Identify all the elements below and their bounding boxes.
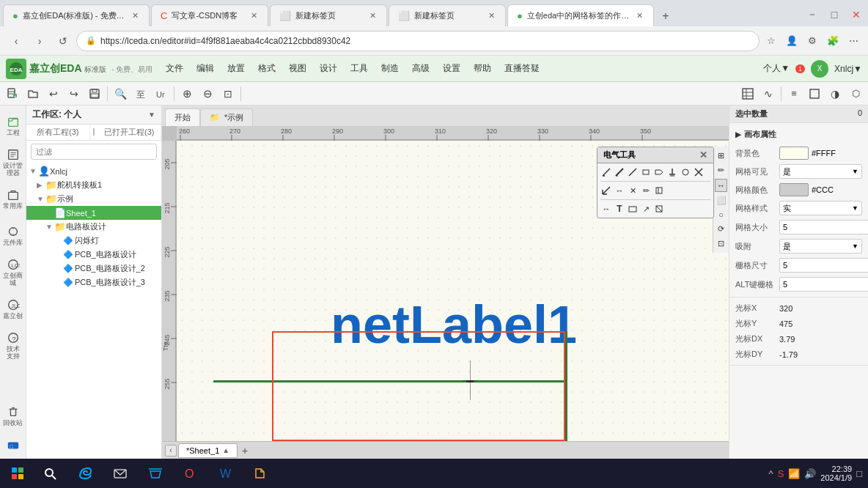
menu-edit[interactable]: 编辑: [191, 59, 220, 78]
toolbar-share-btn[interactable]: ⬡: [846, 84, 865, 103]
menu-file[interactable]: 文件: [160, 59, 189, 78]
tree-item-pcb1[interactable]: 🔷 PCB_电路板设计: [26, 248, 161, 262]
toolbar-copy-btn[interactable]: 至: [131, 84, 150, 103]
toolbar-table-btn[interactable]: [738, 84, 757, 103]
menu-format[interactable]: 格式: [252, 59, 282, 78]
taskbar-file-btn[interactable]: [246, 460, 276, 487]
draw-btn-more[interactable]: ⊡: [716, 237, 726, 250]
et-dff-btn[interactable]: ↔: [614, 185, 625, 196]
sheet-tab-1[interactable]: *Sheet_1 ▲: [178, 443, 238, 458]
prop-input-altgrid[interactable]: [779, 277, 868, 292]
username[interactable]: Xnlcj▼: [834, 64, 862, 74]
et-brace-btn[interactable]: ↗: [640, 203, 652, 215]
user-personal-label[interactable]: 个人▼: [763, 62, 790, 75]
menu-help[interactable]: 帮助: [468, 59, 497, 78]
tree-item-xnlcj[interactable]: ▼ 👤 Xnlcj: [26, 164, 161, 178]
taskbar-clock[interactable]: 22:39 2024/1/9: [820, 465, 852, 482]
sidebar-project-btn[interactable]: 工程: [1, 108, 25, 144]
taskbar-volume-icon[interactable]: 🔊: [804, 468, 816, 479]
draw-btn-rotate[interactable]: ⟳: [716, 223, 726, 235]
profile-icon[interactable]: 👤: [783, 32, 801, 50]
tree-item-pcb3[interactable]: 🔷 PCB_电路板设计_3: [26, 276, 161, 289]
prop-input-gridstep[interactable]: [779, 258, 868, 273]
star-icon[interactable]: ☆: [762, 32, 780, 50]
sidebar-components-btn[interactable]: 元件库: [1, 218, 25, 254]
toolbar-zoomin-btn[interactable]: ⊕: [177, 84, 196, 103]
et-netport-btn[interactable]: [640, 166, 652, 178]
et-cross-btn[interactable]: ✕: [627, 185, 639, 196]
maximize-btn[interactable]: □: [825, 6, 843, 23]
toolbar-layer-btn[interactable]: ◑: [825, 84, 845, 103]
menu-place[interactable]: 放置: [221, 59, 251, 78]
et-power-btn[interactable]: [666, 166, 678, 178]
more-icon[interactable]: ⋯: [845, 32, 862, 50]
bgcolor-swatch[interactable]: [779, 147, 809, 160]
browser-tab-1[interactable]: ● 嘉立创EDA(标准版) - 免费、易用... ✕: [3, 4, 150, 26]
back-button[interactable]: ‹: [6, 31, 26, 51]
sheet-nav-prev[interactable]: ‹: [165, 445, 177, 456]
tab3-close[interactable]: ✕: [368, 10, 378, 22]
draw-btn-grid[interactable]: ⊞: [716, 149, 726, 162]
taskbar-store-btn[interactable]: [141, 460, 170, 487]
sidebar-design-btn[interactable]: 设计管理器: [1, 145, 25, 180]
et-bus-btn[interactable]: [614, 166, 625, 178]
sidebar-trash-btn[interactable]: 回收站: [1, 399, 25, 434]
et-place-text-btn[interactable]: ↔: [600, 203, 612, 215]
browser-tab-5[interactable]: ● 立创eda中的网络标签的作用_主... ✕: [507, 4, 654, 26]
address-input[interactable]: 🔒 https://lceda.cn/editor#id=4f9f881aeab…: [76, 31, 760, 51]
et-text-btn[interactable]: T: [614, 203, 625, 215]
refresh-button[interactable]: ↺: [53, 31, 73, 51]
toolbar-new-btn[interactable]: +: [3, 84, 22, 103]
menu-manufacture[interactable]: 制造: [375, 59, 405, 78]
tab2-close[interactable]: ✕: [249, 10, 259, 22]
toolbar-netlist-btn[interactable]: ≡: [784, 84, 803, 103]
et-probe-btn[interactable]: [653, 203, 665, 215]
tree-item-pcb2[interactable]: 🔷 PCB_电路板设计_2: [26, 262, 161, 276]
draw-btn-circle[interactable]: ○: [717, 209, 725, 221]
et-gnd-btn[interactable]: [680, 166, 691, 178]
taskbar-chevron-icon[interactable]: ^: [769, 468, 773, 479]
et-junction-btn[interactable]: [653, 185, 665, 196]
close-btn[interactable]: ✕: [847, 6, 865, 23]
minimize-btn[interactable]: －: [803, 6, 821, 23]
gridcolor-swatch[interactable]: [779, 183, 809, 196]
elec-tools-header[interactable]: 电气工具 ✕: [597, 147, 713, 163]
et-netlabel-btn[interactable]: [653, 166, 665, 178]
tab5-close[interactable]: ✕: [635, 10, 644, 22]
taskbar-mail-btn[interactable]: [106, 460, 135, 487]
tree-item-flash[interactable]: 🔷 闪烁灯: [26, 234, 161, 248]
sheet-tab-1-arrow[interactable]: ▲: [222, 446, 229, 454]
sidebar-bottom-btn[interactable]: □: [1, 435, 25, 456]
draw-btn-rect[interactable]: ⬜: [715, 194, 728, 207]
content-tab-start[interactable]: 开始: [165, 108, 200, 126]
extensions-icon[interactable]: 🧩: [824, 32, 842, 50]
toolbar-wave-btn[interactable]: ∿: [759, 84, 778, 103]
et-line-btn[interactable]: [627, 166, 639, 178]
file-tab-all[interactable]: 所有工程(3): [26, 125, 90, 140]
menu-tools[interactable]: 工具: [345, 59, 374, 78]
taskbar-office-btn[interactable]: O: [176, 460, 205, 487]
browser-tab-4[interactable]: ⬜ 新建标签页 ✕: [389, 4, 506, 26]
taskbar-wifi-icon[interactable]: 📶: [788, 468, 800, 479]
add-sheet-button[interactable]: +: [239, 445, 251, 456]
tab4-close[interactable]: ✕: [487, 10, 496, 22]
toolbar-search-btn[interactable]: 🔍: [111, 84, 130, 103]
taskbar-edge-btn[interactable]: [70, 460, 100, 487]
tree-item-sheet1[interactable]: 📄 Sheet_1: [26, 206, 161, 220]
draw-btn-pen[interactable]: ✏: [716, 164, 726, 177]
tree-item-duoji[interactable]: ▶ 📁 舵机转接板1: [26, 178, 161, 192]
tree-item-example[interactable]: ▼ 📁 示例: [26, 192, 161, 206]
et-wire-btn[interactable]: [600, 166, 612, 178]
menu-live[interactable]: 直播答疑: [499, 59, 545, 78]
forward-button[interactable]: ›: [29, 31, 50, 51]
browser-tab-2[interactable]: C 写文章-CSDN博客 ✕: [151, 4, 268, 26]
et-busentry-btn[interactable]: [600, 185, 612, 196]
toolbar-zoomout-btn[interactable]: ⊖: [198, 84, 217, 103]
toolbar-fit-btn[interactable]: ⊡: [218, 84, 238, 103]
elec-tools-close-btn[interactable]: ✕: [699, 149, 707, 160]
browser-tab-3[interactable]: ⬜ 新建标签页 ✕: [270, 4, 387, 26]
taskbar-notify-icon[interactable]: □: [856, 468, 862, 479]
toolbar-pcb-btn[interactable]: [805, 84, 824, 103]
toolbar-redo-btn[interactable]: ↪: [65, 84, 84, 103]
settings-icon[interactable]: ⚙: [803, 32, 821, 50]
